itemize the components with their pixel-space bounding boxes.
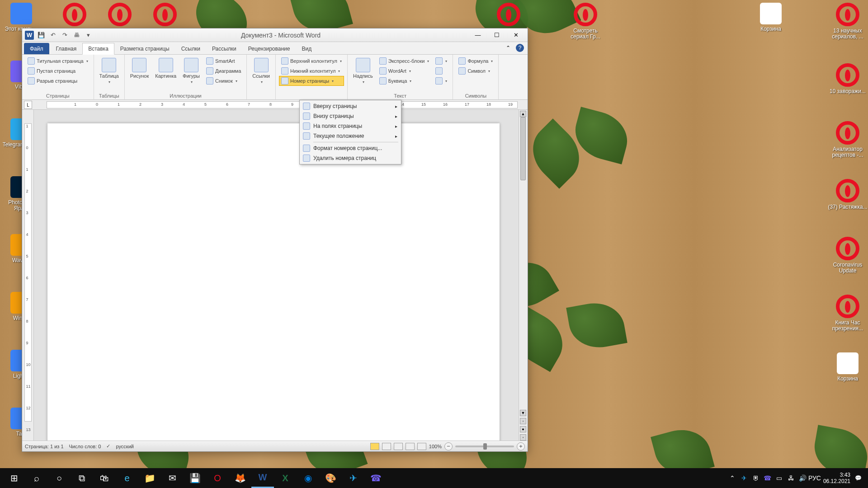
dropcap-button[interactable]: Буквица▾: [377, 76, 431, 85]
desktop-icon--37-[interactable]: (37) Растяжка...: [827, 179, 868, 210]
menu-page-margins[interactable]: На полях страницы▸: [301, 121, 400, 131]
close-button[interactable]: ✕: [507, 30, 525, 41]
menu-bottom-of-page[interactable]: Внизу страницы▸: [301, 111, 400, 121]
tray-volume-icon[interactable]: 🔊: [799, 474, 807, 482]
tab-file[interactable]: Файл: [24, 43, 49, 54]
shapes-button[interactable]: Фигуры▾: [181, 56, 202, 92]
object-button[interactable]: ▾: [434, 76, 449, 85]
zoom-slider[interactable]: [455, 446, 514, 447]
smartart-button[interactable]: SmartArt: [204, 56, 243, 66]
tab-view[interactable]: Вид: [296, 43, 317, 54]
print-icon[interactable]: 🖶: [72, 31, 81, 40]
equation-button[interactable]: Формула▾: [457, 56, 495, 66]
symbol-button[interactable]: Символ▾: [457, 66, 495, 75]
telegram-taskbar-icon[interactable]: ✈: [342, 468, 364, 488]
start-button[interactable]: ⊞: [3, 468, 25, 488]
desktop-icon-10-[interactable]: 10 заворажи...: [827, 63, 868, 94]
chart-button[interactable]: Диаграмма: [204, 66, 243, 75]
task-view-button[interactable]: ⧉: [71, 468, 93, 488]
status-page[interactable]: Страница: 1 из 1: [25, 444, 64, 449]
desktop-icon--[interactable]: Корзина: [750, 3, 791, 32]
store-icon[interactable]: 🛍: [93, 468, 116, 488]
tray-security-icon[interactable]: ⛨: [752, 474, 760, 482]
textbox-button[interactable]: Надпись▾: [351, 56, 375, 92]
view-web[interactable]: [394, 443, 403, 450]
taskbar-clock[interactable]: 3:43 06.12.2021: [823, 472, 850, 484]
desktop-icon-opera[interactable]: [99, 3, 140, 28]
header-button[interactable]: Верхний колонтитул▾: [279, 56, 344, 66]
menu-current-position[interactable]: Текущее положение▸: [301, 131, 400, 141]
desktop-icon--[interactable]: Анализатор рецептов -...: [827, 121, 868, 158]
page-number-button[interactable]: Номер страницы▾: [279, 76, 344, 85]
tray-battery-icon[interactable]: ▭: [775, 474, 783, 482]
save-icon[interactable]: 💾: [37, 31, 46, 40]
opera-taskbar-icon[interactable]: O: [206, 468, 229, 488]
edge-icon[interactable]: ◉: [297, 468, 319, 488]
proofing-icon[interactable]: ✓: [106, 443, 110, 449]
desktop-icon--[interactable]: Книга Час презрения...: [827, 295, 868, 332]
clipart-button[interactable]: Картинка: [153, 56, 178, 92]
excel-icon[interactable]: X: [274, 468, 297, 488]
tray-chevron-icon[interactable]: ⌃: [728, 474, 736, 482]
tab-selector[interactable]: L: [24, 101, 32, 109]
blank-page-button[interactable]: Пустая страница: [26, 66, 90, 75]
tab-review[interactable]: Рецензирование: [242, 43, 296, 54]
minimize-button[interactable]: —: [469, 30, 487, 41]
customize-icon[interactable]: ▾: [84, 31, 93, 40]
tab-home[interactable]: Главная: [50, 43, 83, 54]
prev-page-icon[interactable]: ◦: [520, 418, 526, 424]
zoom-out-button[interactable]: −: [444, 442, 453, 450]
scroll-up-icon[interactable]: ▲: [520, 111, 526, 117]
tray-telegram-icon[interactable]: ✈: [740, 474, 748, 482]
save-app-icon[interactable]: 💾: [184, 468, 206, 488]
viber-taskbar-icon[interactable]: ☎: [364, 468, 387, 488]
zoom-in-button[interactable]: +: [517, 442, 525, 450]
search-button[interactable]: ⌕: [25, 468, 48, 488]
datetime-button[interactable]: [434, 66, 449, 75]
vertical-scrollbar[interactable]: ▲ ▼ ◦ ● ◦: [519, 110, 528, 441]
undo-icon[interactable]: ↶: [48, 31, 57, 40]
notifications-icon[interactable]: 💬: [855, 475, 862, 481]
firefox-icon[interactable]: 🦊: [229, 468, 251, 488]
wordart-button[interactable]: WordArt▾: [377, 66, 431, 75]
paint-icon[interactable]: 🎨: [319, 468, 342, 488]
desktop-icon-opera[interactable]: [488, 3, 529, 28]
table-button[interactable]: Таблица▾: [98, 56, 121, 92]
vertical-ruler[interactable]: 1012345678910111213: [22, 110, 34, 441]
word-taskbar-icon[interactable]: W: [251, 468, 274, 488]
menu-remove-numbers[interactable]: Удалить номера страниц: [301, 153, 400, 163]
tab-insert[interactable]: Вставка: [82, 43, 114, 55]
tray-viber-icon[interactable]: ☎: [764, 474, 772, 482]
cortana-button[interactable]: ○: [48, 468, 71, 488]
word-icon[interactable]: W: [25, 31, 34, 40]
menu-format-numbers[interactable]: Формат номеров страниц...: [301, 143, 400, 153]
desktop-icon-opera[interactable]: [145, 3, 185, 28]
scroll-thumb[interactable]: [520, 117, 526, 180]
view-outline[interactable]: [406, 443, 415, 450]
document-page[interactable]: [47, 123, 500, 441]
footer-button[interactable]: Нижний колонтитул▾: [279, 66, 344, 75]
desktop-icon-13-[interactable]: 13 научных сериалов, ...: [827, 3, 868, 40]
links-button[interactable]: Ссылки▾: [250, 56, 272, 92]
page-scroll-area[interactable]: [34, 110, 519, 441]
desktop-icon--[interactable]: Корзина: [827, 352, 868, 382]
page-break-button[interactable]: Разрыв страницы: [26, 76, 90, 85]
menu-top-of-page[interactable]: Вверху страницы▸: [301, 101, 400, 111]
explorer-icon[interactable]: 📁: [138, 468, 161, 488]
zoom-level[interactable]: 100%: [429, 444, 442, 449]
tab-references[interactable]: Ссылки: [175, 43, 206, 54]
tab-layout[interactable]: Разметка страницы: [114, 43, 175, 54]
screenshot-button[interactable]: Снимок▾: [204, 76, 243, 85]
tray-network-icon[interactable]: 🖧: [787, 474, 795, 482]
maximize-button[interactable]: ☐: [488, 30, 506, 41]
next-page-icon[interactable]: ◦: [520, 434, 526, 441]
browse-object-icon[interactable]: ●: [520, 426, 526, 432]
view-print-layout[interactable]: [370, 443, 379, 450]
mail-icon[interactable]: ✉: [161, 468, 184, 488]
quickparts-button[interactable]: Экспресс-блоки▾: [377, 56, 431, 66]
signature-button[interactable]: ▾: [434, 56, 449, 66]
picture-button[interactable]: Рисунок: [128, 56, 151, 92]
horizontal-ruler[interactable]: L 101234567891011121314151617181920: [22, 100, 528, 110]
minimize-ribbon-icon[interactable]: ⌃: [504, 44, 512, 52]
edge-legacy-icon[interactable]: e: [116, 468, 138, 488]
